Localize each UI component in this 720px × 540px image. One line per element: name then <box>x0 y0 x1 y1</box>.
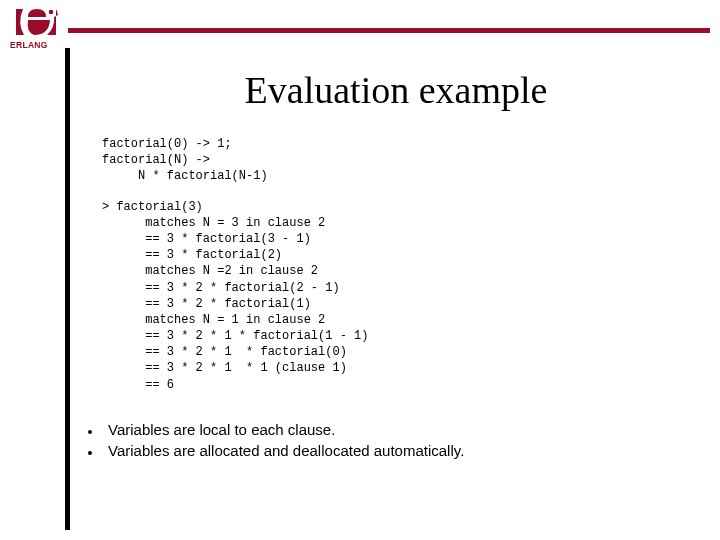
slide-content: Evaluation example factorial(0) -> 1; fa… <box>65 48 700 530</box>
erlang-logo-icon <box>10 6 62 38</box>
logo-text: ERLANG <box>10 40 62 50</box>
erlang-logo: ERLANG <box>10 6 62 50</box>
bullet-text: Variables are local to each clause. <box>108 421 335 438</box>
code-definition: factorial(0) -> 1; factorial(N) -> N * f… <box>102 136 700 185</box>
code-evaluation: > factorial(3) matches N = 3 in clause 2… <box>102 199 700 393</box>
list-item: Variables are local to each clause. <box>88 421 700 438</box>
bullet-list: Variables are local to each clause. Vari… <box>88 421 700 459</box>
header-bar: ERLANG <box>0 0 720 50</box>
bullet-icon <box>88 451 92 455</box>
bullet-text: Variables are allocated and deallocated … <box>108 442 464 459</box>
spacer <box>92 185 700 199</box>
svg-point-1 <box>49 10 54 15</box>
slide-title: Evaluation example <box>92 68 700 112</box>
list-item: Variables are allocated and deallocated … <box>88 442 700 459</box>
bullet-icon <box>88 430 92 434</box>
header-rule <box>68 28 710 33</box>
